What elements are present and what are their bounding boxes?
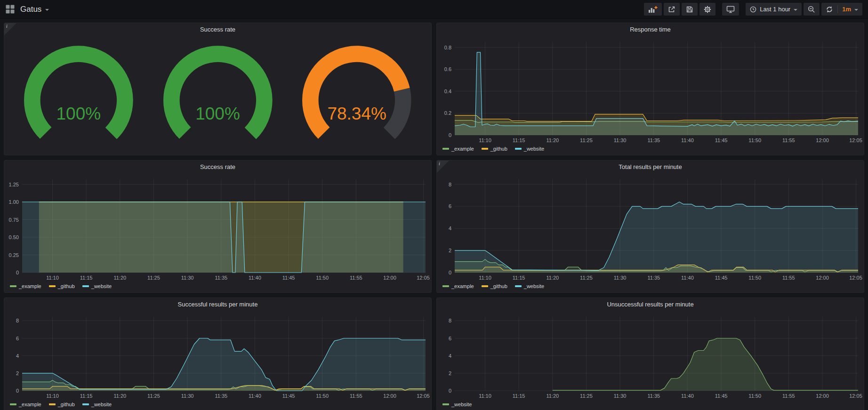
panel-title[interactable]: Unsuccessful results per minute xyxy=(437,298,864,310)
x-axis-tick-label: 11:50 xyxy=(316,275,329,281)
refresh-icon xyxy=(826,6,833,13)
chevron-down-icon xyxy=(794,9,797,11)
panel-title[interactable]: Response time xyxy=(437,23,864,35)
gear-icon xyxy=(704,6,711,13)
legend-label: _example xyxy=(19,402,41,407)
legend-item-_website[interactable]: _website xyxy=(82,402,112,407)
y-axis-tick-label: 2 xyxy=(449,248,451,253)
y-axis-tick-label: 6 xyxy=(16,336,19,341)
x-axis-tick-label: 12:00 xyxy=(816,137,829,143)
panel-info-corner[interactable]: i xyxy=(4,23,16,35)
legend-item-_example[interactable]: _example xyxy=(10,283,41,289)
refresh-interval-label: 1m xyxy=(842,6,851,13)
y-axis-tick-label: 1.25 xyxy=(9,182,19,187)
grafana-menu-icon[interactable] xyxy=(6,5,15,14)
legend-item-_website[interactable]: _website xyxy=(515,146,544,152)
refresh-picker[interactable]: 1m xyxy=(821,3,862,16)
y-axis-tick-label: 2 xyxy=(16,370,19,376)
x-axis-tick-label: 11:20 xyxy=(546,275,559,281)
legend: _example_github_website xyxy=(4,400,431,410)
y-axis-tick-label: 0.50 xyxy=(9,234,19,240)
chart-response-time[interactable]: 11:1011:1511:2011:2511:3011:3511:4011:45… xyxy=(437,35,864,145)
x-axis-tick-label: 12:00 xyxy=(383,275,396,281)
time-range-picker[interactable]: Last 1 hour xyxy=(746,3,802,16)
chevron-down-icon xyxy=(45,9,49,11)
zoom-out-button[interactable] xyxy=(804,3,820,16)
legend-label: _github xyxy=(58,283,75,289)
legend-item-_example[interactable]: _example xyxy=(442,146,474,152)
gauge-arc: 78.34% xyxy=(287,35,426,155)
settings-button[interactable] xyxy=(699,3,715,16)
x-axis-tick-label: 11:55 xyxy=(350,275,362,281)
y-axis-tick-label: 2 xyxy=(449,370,451,376)
chart-unsuccessful-results[interactable]: 11:1011:1511:2011:2511:3011:3511:4011:45… xyxy=(437,310,864,400)
legend-item-_github[interactable]: _github xyxy=(49,283,75,289)
panel-title[interactable]: Success rate xyxy=(4,161,431,173)
x-axis-tick-label: 11:30 xyxy=(614,137,627,143)
info-icon: i xyxy=(439,161,440,166)
x-axis-tick-label: 11:30 xyxy=(181,393,194,399)
legend-item-_website[interactable]: _website xyxy=(515,283,544,289)
share-button[interactable] xyxy=(664,3,680,16)
x-axis-tick-label: 11:40 xyxy=(681,137,694,143)
x-axis-tick-label: 11:15 xyxy=(513,393,525,399)
panel-success-rate-series: Success rate 11:1011:1511:2011:2511:3011… xyxy=(4,160,432,293)
x-axis-tick-label: 11:25 xyxy=(580,275,593,281)
dashboard-grid: i Success rate 100% _example xyxy=(0,19,868,410)
y-axis-tick-label: 4 xyxy=(16,353,19,359)
x-axis-tick-label: 11:15 xyxy=(80,393,93,399)
x-axis-tick-label: 11:30 xyxy=(614,393,627,399)
add-panel-button[interactable] xyxy=(644,3,662,16)
y-axis-tick-label: 4 xyxy=(449,353,451,359)
x-axis-tick-label: 11:20 xyxy=(546,137,559,143)
x-axis-tick-label: 11:25 xyxy=(580,137,593,143)
legend-label: _website xyxy=(451,402,472,407)
gauge-row: 100% _example 100% _github xyxy=(4,35,431,155)
dashboard-title-dropdown[interactable]: Gatus xyxy=(20,5,49,14)
chart-total-results[interactable]: 11:1011:1511:2011:2511:3011:3511:4011:45… xyxy=(437,173,864,282)
panel-title[interactable]: Successful results per minute xyxy=(4,298,431,310)
y-axis-tick-label: 4 xyxy=(449,225,451,231)
info-icon: i xyxy=(6,24,8,29)
grid-logo-icon xyxy=(6,5,15,14)
panel-info-corner[interactable]: i xyxy=(437,161,449,173)
chart-successful-results[interactable]: 11:1011:1511:2011:2511:3011:3511:4011:45… xyxy=(4,310,431,400)
x-axis-tick-label: 11:50 xyxy=(748,393,761,399)
time-range-label: Last 1 hour xyxy=(760,6,790,13)
gauge-arc: 100% xyxy=(148,35,288,155)
x-axis-tick-label: 11:35 xyxy=(647,393,660,399)
legend-swatch xyxy=(49,285,56,287)
legend-item-_example[interactable]: _example xyxy=(442,283,474,289)
x-axis-tick-label: 11:45 xyxy=(282,393,295,399)
legend-item-_github[interactable]: _github xyxy=(49,402,75,407)
y-axis-tick-label: 0 xyxy=(449,388,451,394)
gauge-arc: 100% xyxy=(9,35,148,155)
legend-label: _example xyxy=(19,283,41,289)
x-axis-tick-label: 12:05 xyxy=(417,275,430,281)
x-axis-tick-label: 11:40 xyxy=(681,275,694,281)
panel-total-results: i Total results per minute 11:1011:1511:… xyxy=(436,160,864,293)
x-axis-tick-label: 12:05 xyxy=(849,393,862,399)
x-axis-tick-label: 11:50 xyxy=(316,393,329,399)
panel-title[interactable]: Total results per minute xyxy=(437,161,864,173)
panel-response-time: Response time 11:1011:1511:2011:2511:301… xyxy=(436,23,864,155)
cycle-view-mode-button[interactable] xyxy=(722,3,739,16)
save-icon xyxy=(686,6,693,13)
dashboard-title: Gatus xyxy=(20,5,41,14)
legend-item-_website[interactable]: _website xyxy=(442,402,472,407)
save-button[interactable] xyxy=(682,3,698,16)
legend-item-_github[interactable]: _github xyxy=(482,146,507,152)
legend-label: _github xyxy=(58,402,75,407)
panel-title[interactable]: Success rate xyxy=(4,23,431,35)
legend-swatch xyxy=(10,403,16,405)
x-axis-tick-label: 11:45 xyxy=(715,137,728,143)
x-axis-tick-label: 11:20 xyxy=(546,393,559,399)
chart-success-rate[interactable]: 11:1011:1511:2011:2511:3011:3511:4011:45… xyxy=(4,173,431,282)
legend-item-_website[interactable]: _website xyxy=(82,283,112,289)
legend-swatch xyxy=(49,403,56,405)
legend-item-_example[interactable]: _example xyxy=(10,402,41,407)
x-axis-tick-label: 11:35 xyxy=(647,137,660,143)
legend-swatch xyxy=(482,285,488,287)
x-axis-tick-label: 11:25 xyxy=(147,393,160,399)
legend-item-_github[interactable]: _github xyxy=(482,283,507,289)
